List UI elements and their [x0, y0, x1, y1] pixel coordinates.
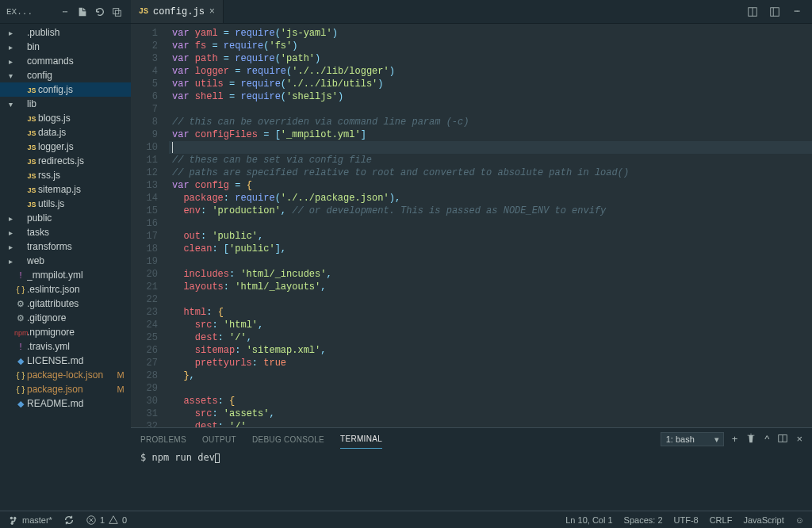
file-item[interactable]: JSutils.js — [0, 197, 131, 211]
folder-item[interactable]: ▸transforms — [0, 239, 131, 254]
chevron-icon: ▸ — [6, 214, 14, 223]
code-line[interactable]: prettyurls: true — [169, 357, 812, 369]
panel-tab-problems[interactable]: PROBLEMS — [140, 430, 186, 449]
code-line[interactable]: assets: { — [169, 395, 812, 407]
file-item[interactable]: JSsitemap.js — [0, 182, 131, 197]
code-line[interactable] — [169, 103, 812, 116]
collapse-icon[interactable] — [110, 5, 124, 19]
file-item[interactable]: !.travis.yml — [0, 339, 131, 354]
folder-item[interactable]: ▸web — [0, 254, 131, 268]
terminal[interactable]: $ npm run dev — [131, 450, 812, 511]
file-item[interactable]: JSredirects.js — [0, 154, 131, 168]
file-item[interactable]: !_mmpilot.yml — [0, 268, 131, 282]
file-item[interactable]: JSrss.js — [0, 168, 131, 182]
folder-item[interactable]: ▾lib — [0, 97, 131, 111]
code-line[interactable]: var config = { — [169, 179, 812, 192]
code-editor[interactable]: 1234567891011121314151617181920212223242… — [131, 24, 812, 427]
folder-item[interactable]: ▸.publish — [0, 25, 131, 40]
close-panel-icon[interactable]: × — [796, 433, 802, 446]
maximize-icon[interactable]: ^ — [764, 433, 769, 446]
code-line[interactable]: // these can be set via config file — [169, 154, 812, 166]
file-item[interactable]: JSdata.js — [0, 125, 131, 140]
problems[interactable]: 1 0 — [86, 515, 127, 526]
git-branch[interactable]: master* — [8, 515, 52, 526]
file-item[interactable]: ◆LICENSE.md — [0, 354, 131, 368]
code-line[interactable] — [169, 217, 812, 230]
code-line[interactable]: var logger = require('./../lib/logger') — [169, 65, 812, 78]
file-item[interactable]: JSblogs.js — [0, 111, 131, 125]
refresh-icon[interactable] — [93, 5, 107, 19]
file-item[interactable]: { }package.jsonM — [0, 382, 131, 396]
file-item[interactable]: ⚙.gitignore — [0, 311, 131, 325]
encoding[interactable]: UTF-8 — [674, 515, 699, 525]
code-line[interactable]: clean: ['public'], — [169, 243, 812, 255]
file-explorer[interactable]: ▸.publish▸bin▸commands▾configJSconfig.js… — [0, 24, 131, 511]
panel-tab-output[interactable]: OUTPUT — [202, 430, 236, 449]
file-item[interactable]: ⚙.gitattributes — [0, 297, 131, 311]
file-item[interactable]: JSconfig.js — [0, 82, 131, 97]
code-line[interactable]: dest: '/', — [169, 331, 812, 344]
language-mode[interactable]: JavaScript — [743, 515, 783, 525]
folder-item[interactable]: ▾config — [0, 68, 131, 82]
new-file-icon[interactable] — [75, 5, 90, 19]
file-item[interactable]: ◆README.md — [0, 396, 131, 411]
code-line[interactable]: // paths are specified relative to root … — [169, 166, 812, 179]
split-icon[interactable] — [745, 5, 760, 19]
code-line[interactable]: var path = require('path') — [169, 52, 812, 65]
panel-tabs: PROBLEMSOUTPUTDEBUG CONSOLETERMINAL 1: b… — [131, 428, 812, 450]
sync-icon[interactable] — [63, 515, 75, 526]
code-line[interactable] — [169, 293, 812, 306]
code-line[interactable]: package: require('./../package.json'), — [169, 192, 812, 205]
code-area[interactable]: var yaml = require('js-yaml')var fs = re… — [169, 24, 812, 427]
code-line[interactable] — [169, 382, 812, 395]
code-line[interactable]: dest: '/' — [169, 420, 812, 427]
tree-label: .npmignore — [27, 327, 115, 338]
panel-tab-terminal[interactable]: TERMINAL — [340, 430, 382, 449]
split-terminal-icon[interactable] — [777, 433, 788, 446]
file-item[interactable]: npm.npmignore — [0, 325, 131, 339]
code-line[interactable] — [169, 141, 812, 154]
file-item[interactable]: { }.eslintrc.json — [0, 282, 131, 297]
code-line[interactable]: // this can be overriden via command lin… — [169, 116, 812, 128]
panel-tab-debug-console[interactable]: DEBUG CONSOLE — [252, 430, 324, 449]
layout-icon[interactable] — [768, 5, 782, 19]
code-line[interactable]: var configFiles = ['_mmpilot.yml'] — [169, 128, 812, 141]
cursor-position[interactable]: Ln 10, Col 1 — [565, 515, 612, 525]
file-type-icon: JS — [25, 170, 38, 180]
folder-item[interactable]: ▸public — [0, 211, 131, 225]
code-line[interactable] — [169, 255, 812, 268]
code-line[interactable]: var shell = require('shelljs') — [169, 90, 812, 103]
code-line[interactable]: layouts: 'html/_layouts', — [169, 281, 812, 293]
file-type-icon: JS — [25, 185, 38, 194]
code-line[interactable]: var utils = require('./../lib/utils') — [169, 78, 812, 90]
eol[interactable]: CRLF — [710, 515, 733, 525]
terminal-prompt: $ — [140, 452, 146, 463]
folder-item[interactable]: ▸commands — [0, 54, 131, 68]
file-item[interactable]: { }package-lock.jsonM — [0, 368, 131, 382]
code-line[interactable]: out: 'public', — [169, 230, 812, 243]
file-item[interactable]: JSlogger.js — [0, 140, 131, 154]
code-line[interactable]: }, — [169, 369, 812, 382]
close-icon[interactable]: × — [209, 6, 215, 17]
tab-config-js[interactable]: JS config.js × — [131, 0, 224, 23]
code-line[interactable]: src: 'assets', — [169, 407, 812, 420]
folder-item[interactable]: ▸tasks — [0, 225, 131, 239]
kill-terminal-icon[interactable] — [745, 433, 756, 446]
tree-label: public — [27, 212, 115, 224]
code-line[interactable]: var yaml = require('js-yaml') — [169, 27, 812, 40]
code-line[interactable]: html: { — [169, 306, 812, 319]
new-terminal-icon[interactable]: + — [732, 433, 738, 446]
code-line[interactable]: includes: 'html/_incudes', — [169, 268, 812, 281]
indent[interactable]: Spaces: 2 — [624, 515, 663, 525]
overflow-icon[interactable]: ⋯ — [58, 5, 72, 19]
more-icon[interactable]: ⋯ — [790, 5, 804, 19]
code-line[interactable]: src: 'html', — [169, 319, 812, 331]
tree-label: package-lock.json — [27, 369, 115, 381]
feedback-icon[interactable]: ☺ — [795, 515, 804, 525]
code-line[interactable]: sitemap: 'sitemap.xml', — [169, 344, 812, 357]
terminal-selector[interactable]: 1: bash — [661, 432, 724, 446]
folder-item[interactable]: ▸bin — [0, 40, 131, 54]
code-line[interactable]: env: 'production', // or development. Th… — [169, 205, 812, 217]
code-line[interactable]: var fs = require('fs') — [169, 40, 812, 52]
file-type-icon: JS — [25, 156, 38, 166]
